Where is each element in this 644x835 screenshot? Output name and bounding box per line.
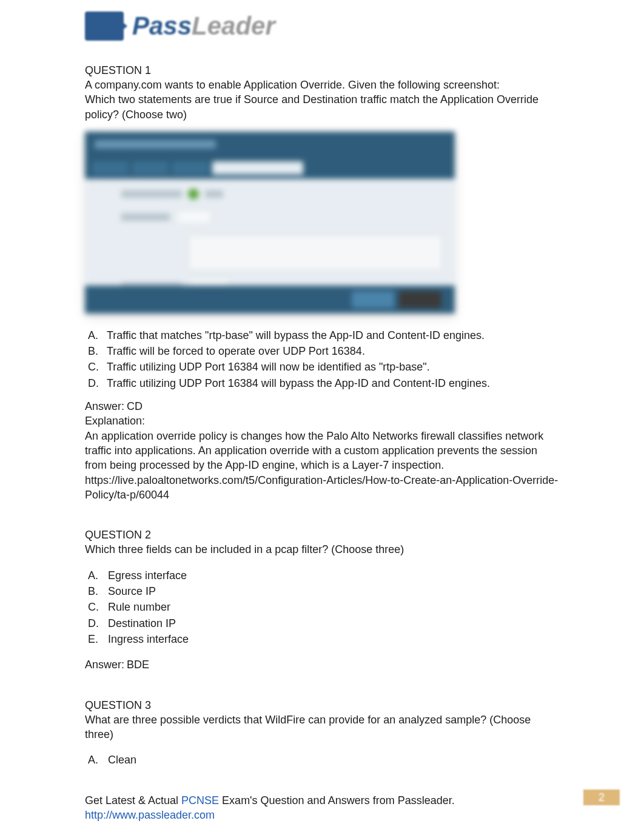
option-d-text: Traffic utilizing UDP Port 16384 will by… xyxy=(107,376,490,391)
status-dot-icon xyxy=(188,189,199,200)
brand-logo: PassLeader xyxy=(85,9,275,44)
page-number-badge: 2 xyxy=(583,790,620,805)
question-1-prompt-line2: Which two statements are true if Source … xyxy=(85,92,559,122)
option-b: B. Source IP xyxy=(86,584,559,599)
option-b: B. Traffic will be forced to operate ove… xyxy=(86,344,559,358)
option-d-text: Destination IP xyxy=(108,616,176,631)
option-b-text: Source IP xyxy=(108,584,156,599)
option-b-letter: B. xyxy=(86,584,102,599)
explanation-text: An application override policy is change… xyxy=(85,429,559,473)
logo-pass: Pass xyxy=(132,12,192,40)
option-c-text: Rule number xyxy=(108,600,170,614)
question-2-options: A. Egress interface B. Source IP C. Rule… xyxy=(86,568,559,646)
ok-button-placeholder xyxy=(352,291,394,308)
answer-label: Answer: xyxy=(85,399,124,414)
question-1-options: A. Traffic that matches "rtp-base" will … xyxy=(86,328,559,391)
option-c-letter: C. xyxy=(86,360,101,374)
footer-pre: Get Latest & Actual xyxy=(85,794,181,806)
explanation-label: Explanation: xyxy=(85,414,559,428)
question-1-answer: Answer: CD xyxy=(85,399,559,414)
footer-text-line: Get Latest & Actual PCNSE Exam's Questio… xyxy=(85,793,559,808)
option-d-letter: D. xyxy=(86,616,102,631)
answer-value: CD xyxy=(127,400,143,412)
option-a: A. Egress interface xyxy=(86,568,559,583)
question-1-prompt-line1: A company.com wants to enable Applicatio… xyxy=(85,78,559,92)
option-e: E. Ingress interface xyxy=(86,632,559,646)
logo-text: PassLeader xyxy=(132,9,275,44)
answer-label: Answer: xyxy=(85,657,124,672)
question-1-title: QUESTION 1 xyxy=(85,63,559,78)
option-d: D. Traffic utilizing UDP Port 16384 will… xyxy=(86,376,559,391)
logo-leader: Leader xyxy=(192,12,275,40)
answer-value: BDE xyxy=(127,659,149,671)
option-a-letter: A. xyxy=(86,328,101,343)
page-footer: Get Latest & Actual PCNSE Exam's Questio… xyxy=(85,788,559,823)
option-a: A. Traffic that matches "rtp-base" will … xyxy=(86,328,559,343)
question-2-prompt: Which three fields can be included in a … xyxy=(85,542,559,557)
question-3-options: A. Clean xyxy=(86,753,559,767)
embedded-screenshot xyxy=(85,132,455,314)
option-a-text: Egress interface xyxy=(108,568,187,583)
explanation-link: https://live.paloaltonetworks.com/t5/Con… xyxy=(85,473,559,503)
option-d: D. Destination IP xyxy=(86,616,559,631)
question-3-prompt: What are three possible verdicts that Wi… xyxy=(85,713,559,742)
cancel-button-placeholder xyxy=(399,291,441,308)
question-2-answer: Answer: BDE xyxy=(85,657,559,672)
option-c-text: Traffic utilizing UDP Port 16384 will no… xyxy=(107,360,430,374)
option-b-letter: B. xyxy=(86,344,101,358)
footer-exam-code: PCNSE xyxy=(181,794,219,806)
option-e-letter: E. xyxy=(86,632,102,646)
option-c-letter: C. xyxy=(86,600,102,614)
option-c: C. Traffic utilizing UDP Port 16384 will… xyxy=(86,360,559,374)
question-2: QUESTION 2 Which three fields can be inc… xyxy=(85,528,559,672)
option-a-text: Traffic that matches "rtp-base" will byp… xyxy=(107,328,485,343)
option-d-letter: D. xyxy=(86,376,101,391)
option-c: C. Rule number xyxy=(86,600,559,614)
question-3: QUESTION 3 What are three possible verdi… xyxy=(85,698,559,768)
option-a: A. Clean xyxy=(86,753,559,767)
footer-link[interactable]: http://www.passleader.com xyxy=(85,808,559,822)
footer-post: Exam's Question and Answers from Passlea… xyxy=(219,794,455,806)
question-3-title: QUESTION 3 xyxy=(85,698,559,713)
question-2-title: QUESTION 2 xyxy=(85,528,559,542)
logo-mark-icon xyxy=(85,12,124,41)
option-a-letter: A. xyxy=(86,568,102,583)
question-1: QUESTION 1 A company.com wants to enable… xyxy=(85,63,559,502)
option-a-letter: A. xyxy=(86,753,102,767)
option-e-text: Ingress interface xyxy=(108,632,189,646)
option-b-text: Traffic will be forced to operate over U… xyxy=(107,344,365,358)
option-a-text: Clean xyxy=(108,753,136,767)
